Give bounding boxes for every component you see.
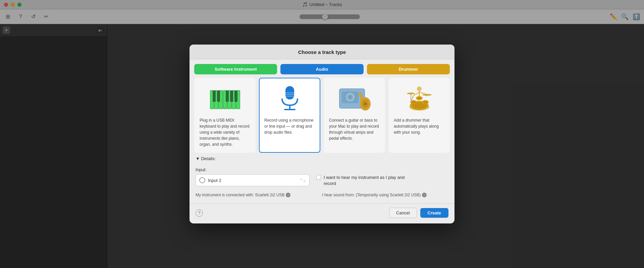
software-instrument-card[interactable]: Plug in a USB MIDI keyboard to play and … (194, 78, 256, 153)
svg-rect-7 (213, 90, 216, 102)
details-toggle[interactable]: ▼ Details: (196, 156, 448, 161)
guitar-card-desc: Connect a guitar or bass to your Mac to … (329, 117, 380, 141)
info-rows: My instrument is connected with: Scarlet… (196, 191, 448, 201)
input-circle-icon (199, 177, 205, 183)
monitor-checkbox-group: I want to hear my instrument as I play a… (316, 175, 448, 187)
svg-rect-10 (230, 90, 233, 102)
checkbox-area: I want to hear my instrument as I play a… (316, 167, 448, 187)
details-content: Input: Input 2 ⌃⌄ I want to hear my inst… (196, 164, 448, 203)
select-arrow-icon: ⌃⌄ (300, 178, 306, 182)
connected-chevron-icon: › (286, 193, 290, 197)
microphone-icon (273, 84, 307, 114)
create-button[interactable]: Create (420, 208, 448, 218)
help-button[interactable]: ? (196, 209, 203, 217)
input-select[interactable]: Input 2 ⌃⌄ (196, 174, 310, 186)
modal-header: Choose a track type (190, 45, 454, 59)
software-card-desc: Plug in a USB MIDI keyboard to play and … (200, 117, 250, 147)
svg-line-43 (412, 95, 414, 100)
sound-from-info: I hear sound from: (Temporarily using Sc… (322, 193, 448, 197)
sound-from-chevron-icon: › (422, 193, 427, 197)
sound-from-link[interactable]: I hear sound from: (Temporarily using Sc… (322, 193, 448, 197)
sound-from-label: I hear sound from: (Temporarily using Sc… (322, 193, 421, 197)
track-type-buttons: Software Instrument Audio Drummer (190, 59, 454, 78)
track-cards: Plug in a USB MIDI keyboard to play and … (190, 78, 454, 153)
drummer-icon (402, 84, 436, 114)
guitar-card[interactable]: Connect a guitar or bass to your Mac to … (324, 78, 385, 153)
drummer-card-desc: Add a drummer that automatically plays a… (394, 117, 444, 135)
connected-link[interactable]: My instrument is connected with: Scarlet… (196, 193, 322, 197)
svg-point-38 (422, 94, 432, 96)
svg-point-39 (417, 86, 422, 91)
svg-point-35 (423, 101, 428, 104)
audio-button[interactable]: Audio (280, 64, 363, 74)
input-group: Input: Input 2 ⌃⌄ (196, 167, 310, 186)
guitar-icon (338, 84, 371, 114)
software-instrument-button[interactable]: Software Instrument (194, 64, 277, 74)
svg-rect-11 (234, 90, 237, 102)
svg-rect-8 (217, 90, 220, 102)
audio-card-desc: Record using a microphone or line input … (264, 117, 315, 135)
input-value: Input 2 (208, 178, 221, 183)
svg-point-22 (349, 96, 351, 98)
details-section: ▼ Details: Input: Input 2 ⌃⌄ (190, 153, 454, 203)
drummer-card[interactable]: Add a drummer that automatically plays a… (388, 78, 450, 153)
connected-info: My instrument is connected with: Scarlet… (196, 193, 322, 197)
monitor-checkbox-label: I want to hear my instrument as I play a… (324, 175, 418, 187)
modal-overlay: Choose a track type Software Instrument … (0, 0, 644, 268)
input-label: Input: (196, 167, 310, 172)
input-row: Input: Input 2 ⌃⌄ I want to hear my inst… (196, 167, 448, 187)
cancel-button[interactable]: Cancel (389, 208, 417, 218)
modal-footer: ? Cancel Create (190, 203, 454, 223)
svg-rect-9 (226, 90, 229, 102)
svg-point-33 (417, 97, 422, 99)
audio-card[interactable]: Record using a microphone or line input … (259, 78, 320, 153)
svg-line-42 (419, 92, 425, 94)
piano-icon (208, 84, 242, 114)
svg-point-37 (407, 92, 415, 94)
monitor-checkbox[interactable] (316, 175, 321, 180)
svg-point-31 (411, 101, 416, 104)
modal-title: Choose a track type (196, 49, 448, 55)
track-type-modal: Choose a track type Software Instrument … (190, 45, 454, 223)
drummer-button[interactable]: Drummer (367, 64, 450, 74)
connected-label: My instrument is connected with: Scarlet… (196, 193, 284, 197)
svg-point-26 (364, 103, 367, 105)
